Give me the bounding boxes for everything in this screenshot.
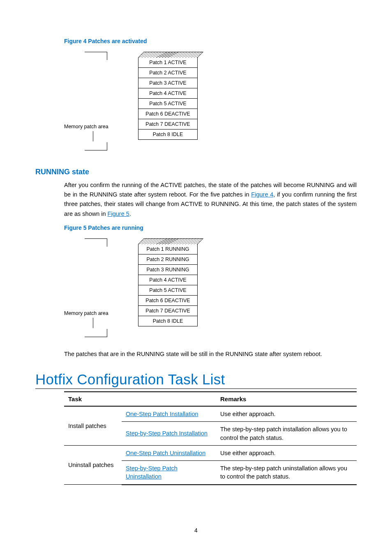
install-remark-2: The step-by-step patch installation allo… [216, 422, 357, 446]
uninstall-label: Uninstall patches [64, 445, 122, 484]
patch-row: Patch 5 ACTIVE [138, 285, 198, 296]
figure-5-caption: Figure 5 Patches are running [64, 224, 357, 231]
patch-row: Patch 2 ACTIVE [138, 68, 198, 78]
header-remarks: Remarks [216, 392, 357, 406]
patch-row: Patch 2 RUNNING [138, 254, 198, 265]
patch-row: Patch 1 RUNNING [138, 244, 198, 254]
patch-row: Patch 6 DEACTIVE [138, 109, 198, 119]
step-by-step-uninstall-link[interactable]: Step-by-Step Patch Uninstallation [126, 465, 178, 480]
figure-4-caption: Figure 4 Patches are activated [64, 38, 357, 44]
patch-row: Patch 4 ACTIVE [138, 275, 198, 285]
patch-row: Patch 7 DEACTIVE [138, 306, 198, 316]
running-state-heading: RUNNING state [35, 168, 357, 176]
patch-row: Patch 7 DEACTIVE [138, 119, 198, 130]
one-step-install-link[interactable]: One-Step Patch Installation [126, 411, 198, 417]
patch-row: Patch 1 ACTIVE [138, 58, 198, 68]
page-number: 4 [0, 527, 392, 534]
text: . [129, 210, 131, 217]
hotfix-task-list-heading: Hotfix Configuration Task List [35, 371, 357, 389]
header-task: Task [64, 392, 216, 406]
memory-label: Memory patch area [64, 124, 108, 130]
one-step-uninstall-link[interactable]: One-Step Patch Uninstallation [126, 450, 205, 456]
patch-row: Patch 8 IDLE [138, 130, 198, 140]
install-label: Install patches [64, 406, 122, 445]
reboot-note: The patches that are in the RUNNING stat… [64, 349, 357, 359]
memory-label: Memory patch area [64, 310, 108, 316]
patch-row: Patch 6 DEACTIVE [138, 296, 198, 306]
figure-5-diagram: Memory patch area Patch 1 RUNNING Patch … [64, 238, 357, 337]
uninstall-remark-2: The step-by-step patch uninstallation al… [216, 461, 357, 485]
step-by-step-install-link[interactable]: Step-by-Step Patch Installation [126, 430, 208, 437]
patch-row: Patch 8 IDLE [138, 316, 198, 326]
figure-5-link[interactable]: Figure 5 [108, 210, 129, 217]
patch-row: Patch 3 ACTIVE [138, 78, 198, 88]
uninstall-remark-1: Use either approach. [216, 445, 357, 460]
figure-4-link[interactable]: Figure 4 [251, 191, 273, 198]
task-list-table: Task Remarks Install patches One-Step Pa… [64, 391, 357, 485]
patch-row: Patch 3 RUNNING [138, 265, 198, 275]
patch-row: Patch 5 ACTIVE [138, 99, 198, 109]
running-paragraph: After you confirm the running of the ACT… [64, 180, 357, 219]
figure-4-diagram: Memory patch area Patch 1 ACTIVE Patch 2… [64, 52, 357, 150]
install-remark-1: Use either approach. [216, 406, 357, 422]
patch-row: Patch 4 ACTIVE [138, 88, 198, 99]
